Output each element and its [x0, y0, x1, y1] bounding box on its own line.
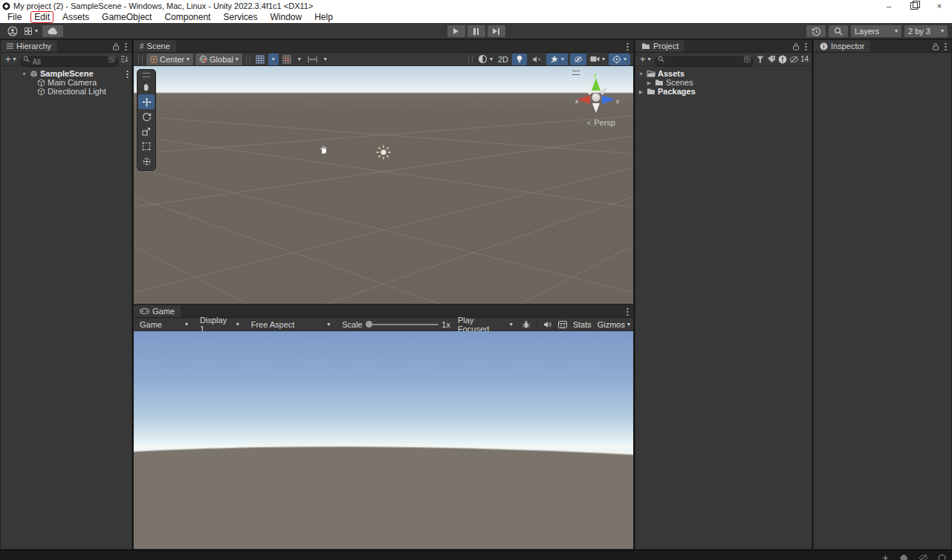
move-tool-button[interactable]	[138, 94, 155, 109]
account-button[interactable]	[6, 25, 19, 37]
menu-item-file[interactable]: File	[7, 13, 22, 22]
hierarchy-search-input[interactable]	[20, 56, 118, 67]
step-button[interactable]	[488, 25, 505, 37]
layers-dropdown[interactable]: Layers ▾	[851, 25, 901, 37]
menu-item-edit[interactable]: Edit	[34, 13, 50, 22]
scene-menu-kebab[interactable]	[626, 42, 629, 51]
status-activity-icon[interactable]	[938, 554, 946, 560]
create-asset-button[interactable]: + ▾	[638, 53, 653, 65]
tab-hierarchy[interactable]: Hierarchy	[1, 40, 57, 52]
create-add-button[interactable]: + ▾	[4, 53, 18, 65]
alert-icon[interactable]	[778, 55, 787, 64]
display-dropdown[interactable]: Display 1▾	[195, 319, 244, 331]
snap-dropdown[interactable]: ▾	[295, 53, 304, 65]
lock-icon[interactable]	[112, 42, 120, 51]
minimize-button[interactable]: –	[876, 0, 901, 12]
aspect-dropdown[interactable]: Free Aspect▾	[247, 319, 335, 331]
snap-increment-button[interactable]	[281, 53, 293, 65]
tab-inspector[interactable]: Inspector	[814, 40, 870, 52]
tree-item-packages[interactable]: ▶ Packages	[635, 87, 812, 96]
scene-visibility-toggle[interactable]	[570, 53, 586, 65]
tree-item-directional-light[interactable]: Directional Light	[1, 87, 132, 96]
scene-row-kebab[interactable]	[126, 69, 129, 78]
hidden-count-toggle[interactable]: 14	[789, 55, 809, 63]
stats-button[interactable]: Stats	[571, 319, 593, 331]
tab-scene[interactable]: # Scene	[134, 40, 176, 52]
status-eye-slash-icon[interactable]	[919, 554, 928, 560]
status-sparkle-icon[interactable]	[881, 554, 890, 560]
scale-slider[interactable]	[366, 324, 439, 325]
scene-audio-toggle[interactable]	[529, 53, 544, 65]
tree-item-scenes[interactable]: ▶ Scenes	[635, 78, 812, 87]
undo-history-button[interactable]	[806, 25, 826, 37]
version-control-button[interactable]: ▾	[22, 25, 39, 37]
hierarchy-menu-kebab[interactable]	[125, 42, 127, 51]
overlay-drag-handle[interactable]	[468, 55, 473, 63]
lock-icon[interactable]	[792, 42, 800, 51]
scene-effects-dropdown[interactable]: ▾	[546, 53, 568, 65]
search-by-type-icon[interactable]	[756, 55, 765, 64]
menu-item-window[interactable]: Window	[270, 13, 302, 22]
search-window-icon[interactable]	[744, 56, 751, 62]
play-button[interactable]	[447, 25, 465, 37]
menu-item-help[interactable]: Help	[314, 13, 333, 22]
tool-orientation-dropdown[interactable]: Global ▾	[195, 53, 242, 65]
scene-lighting-toggle[interactable]	[512, 53, 527, 65]
tree-item-assets[interactable]: ▼ Assets	[635, 69, 812, 78]
rect-tool-button[interactable]	[138, 139, 155, 154]
hand-tool-button[interactable]	[138, 79, 155, 94]
overlay-drag-handle[interactable]	[138, 55, 143, 63]
game-mode-dropdown[interactable]: Game▾	[135, 319, 192, 331]
grid-visibility-button[interactable]	[254, 53, 266, 65]
vsync-button[interactable]	[557, 319, 569, 331]
cloud-button[interactable]	[42, 25, 63, 37]
search-window-icon[interactable]	[109, 56, 115, 62]
directional-light-gizmo[interactable]	[375, 144, 392, 160]
menu-item-gameobject[interactable]: GameObject	[102, 13, 152, 22]
menu-item-services[interactable]: Services	[223, 13, 257, 22]
game-menu-kebab[interactable]	[626, 307, 629, 316]
tool-pivot-dropdown[interactable]: Center ▾	[146, 53, 193, 65]
inspector-menu-kebab[interactable]	[945, 42, 947, 51]
lock-icon[interactable]	[932, 42, 939, 51]
scale-slider-knob[interactable]	[366, 321, 372, 328]
menu-item-assets[interactable]: Assets	[62, 13, 89, 22]
overlay-drag-handle[interactable]	[246, 55, 250, 63]
menu-item-component[interactable]: Component	[164, 13, 210, 22]
tree-item-samplescene[interactable]: ▼ SampleScene	[1, 69, 132, 78]
frame-debugger-button[interactable]	[520, 319, 532, 331]
transform-tool-button[interactable]	[138, 154, 155, 169]
project-search-input[interactable]	[655, 56, 754, 67]
tree-item-main-camera[interactable]: Main Camera	[1, 78, 132, 87]
disclosure-open-icon[interactable]: ▼	[638, 71, 644, 76]
tab-game[interactable]: Game	[134, 305, 181, 317]
sort-toggle-icon[interactable]	[120, 55, 129, 63]
gizmos-toggle-dropdown[interactable]: ▾	[609, 53, 630, 65]
play-focused-dropdown[interactable]: Play Focused▾	[453, 319, 517, 331]
orientation-gizmo[interactable]: y x z	[572, 71, 620, 118]
scene-camera-dropdown[interactable]: ▾	[589, 53, 606, 65]
move-snap-button[interactable]	[306, 53, 319, 65]
move-snap-dropdown[interactable]: ▾	[321, 53, 330, 65]
game-viewport[interactable]	[134, 331, 633, 549]
overlay-drag-handle[interactable]	[143, 73, 150, 77]
tab-project[interactable]: Project	[635, 40, 684, 52]
pause-button[interactable]	[467, 25, 485, 37]
restore-button[interactable]	[901, 0, 927, 12]
perspective-toggle[interactable]: < Persp	[586, 118, 615, 127]
shading-mode-dropdown[interactable]: ▾	[476, 53, 494, 65]
disclosure-closed-icon[interactable]: ▶	[638, 89, 644, 94]
status-cloud-icon[interactable]	[899, 554, 909, 560]
rotate-tool-button[interactable]	[138, 109, 155, 124]
2d-toggle-button[interactable]: 2D	[496, 53, 510, 65]
global-search-button[interactable]	[829, 25, 848, 37]
layout-dropdown[interactable]: 2 by 3 ▾	[904, 25, 948, 37]
grid-dropdown[interactable]: ▾	[268, 53, 279, 65]
mute-audio-button[interactable]	[542, 319, 554, 331]
close-button[interactable]: ×	[927, 0, 952, 12]
search-by-label-icon[interactable]	[767, 55, 776, 63]
scale-tool-button[interactable]	[138, 124, 155, 139]
disclosure-open-icon[interactable]: ▼	[21, 71, 27, 76]
project-menu-kebab[interactable]	[805, 42, 807, 51]
scene-viewport[interactable]: y x z < Persp	[134, 66, 633, 304]
